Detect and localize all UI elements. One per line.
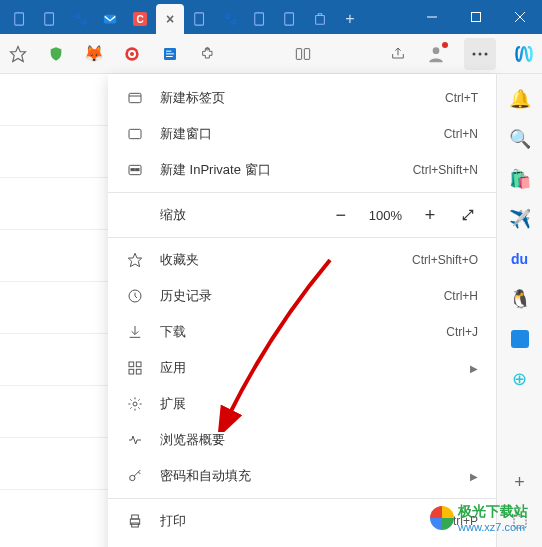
tab-item[interactable] [6, 4, 34, 34]
tab-item[interactable] [186, 4, 214, 34]
print-icon [126, 512, 144, 530]
tab-item[interactable] [36, 4, 64, 34]
menu-label: 新建 InPrivate 窗口 [160, 161, 413, 179]
zoom-out-button[interactable]: − [331, 205, 351, 225]
history-icon [126, 287, 144, 305]
shopping-icon[interactable]: 🛍️ [509, 168, 531, 190]
menu-screenshot[interactable]: 截图 Ctrl+Shift+S [108, 539, 496, 547]
tab-item[interactable] [96, 4, 124, 34]
svg-rect-26 [129, 93, 141, 102]
svg-rect-36 [129, 369, 134, 374]
titlebar: 🐾 C × 🐾 + [0, 0, 542, 34]
svg-rect-31 [136, 169, 139, 171]
send-icon[interactable]: ✈️ [509, 208, 531, 230]
right-sidebar: 🔔 🔍 🛍️ ✈️ du 🐧 ⊕ + [496, 74, 542, 547]
svg-rect-18 [166, 56, 173, 57]
tab-strip: 🐾 C × 🐾 + [0, 0, 410, 34]
profile-icon[interactable] [426, 44, 446, 64]
bell-icon[interactable]: 🔔 [509, 88, 531, 110]
svg-rect-8 [472, 13, 481, 22]
menu-shortcut: Ctrl+T [445, 91, 478, 105]
zoom-in-button[interactable]: + [420, 205, 440, 225]
content-area: 新建标签页 Ctrl+T 新建窗口 Ctrl+N 新建 InPrivate 窗口… [0, 74, 542, 547]
minimize-button[interactable] [410, 0, 454, 34]
menu-label: 下载 [160, 323, 446, 341]
toolbar: 🦊 [0, 34, 542, 74]
target-icon[interactable] [122, 44, 142, 64]
svg-rect-42 [132, 523, 139, 527]
svg-rect-3 [195, 13, 204, 25]
tab-item[interactable] [306, 4, 334, 34]
svg-point-24 [479, 52, 482, 55]
menu-label: 收藏夹 [160, 251, 412, 269]
share-icon[interactable] [388, 44, 408, 64]
menu-favorites[interactable]: 收藏夹 Ctrl+Shift+O [108, 242, 496, 278]
copilot-icon[interactable] [514, 44, 534, 64]
svg-point-38 [133, 402, 137, 406]
new-tab-button[interactable]: + [336, 4, 364, 34]
tab-item[interactable]: C [126, 4, 154, 34]
menu-history[interactable]: 历史记录 Ctrl+H [108, 278, 496, 314]
menu-shortcut: Ctrl+Shift+O [412, 253, 478, 267]
tab-item[interactable]: 🐾 [66, 4, 94, 34]
shield-icon[interactable] [46, 44, 66, 64]
left-panel [0, 74, 108, 547]
svg-rect-34 [129, 362, 134, 367]
menu-label: 新建标签页 [160, 89, 445, 107]
tab-item[interactable] [276, 4, 304, 34]
menu-label: 密码和自动填充 [160, 467, 462, 485]
cloud-icon[interactable]: ⊕ [509, 368, 531, 390]
add-icon[interactable]: + [509, 471, 531, 493]
svg-rect-37 [136, 369, 141, 374]
svg-point-23 [473, 52, 476, 55]
menu-shortcut: Ctrl+H [444, 289, 478, 303]
qq-icon[interactable]: 🐧 [509, 288, 531, 310]
tab-item[interactable] [246, 4, 274, 34]
extensions-icon [126, 395, 144, 413]
inprivate-icon [126, 161, 144, 179]
notification-dot [442, 42, 448, 48]
menu-label: 缩放 [160, 206, 331, 224]
menu-new-inprivate[interactable]: 新建 InPrivate 窗口 Ctrl+Shift+N [108, 152, 496, 188]
menu-new-tab[interactable]: 新建标签页 Ctrl+T [108, 80, 496, 116]
menu-shortcut: Ctrl+Shift+N [413, 163, 478, 177]
svg-rect-41 [132, 515, 139, 519]
svg-marker-32 [128, 253, 141, 266]
menu-passwords[interactable]: 密码和自动填充 ▶ [108, 458, 496, 494]
search-icon[interactable]: 🔍 [509, 128, 531, 150]
menu-shortcut: Ctrl+N [444, 127, 478, 141]
cat-icon[interactable]: 🦊 [84, 44, 104, 64]
more-button[interactable] [464, 38, 496, 70]
menu-separator [108, 192, 496, 193]
svg-rect-4 [255, 13, 264, 25]
baidu-icon[interactable]: du [509, 248, 531, 270]
watermark-name: 极光下载站 [458, 503, 528, 521]
close-button[interactable] [498, 0, 542, 34]
menu-apps[interactable]: 应用 ▶ [108, 350, 496, 386]
chevron-right-icon: ▶ [470, 363, 478, 374]
menu-browser-essentials[interactable]: 浏览器概要 [108, 422, 496, 458]
menu-new-window[interactable]: 新建窗口 Ctrl+N [108, 116, 496, 152]
apps-icon [126, 359, 144, 377]
fullscreen-button[interactable] [458, 205, 478, 225]
menu-downloads[interactable]: 下载 Ctrl+J [108, 314, 496, 350]
puzzle-icon[interactable] [198, 44, 218, 64]
download-icon [126, 323, 144, 341]
star-icon[interactable] [8, 44, 28, 64]
menu-extensions[interactable]: 扩展 [108, 386, 496, 422]
svg-rect-35 [136, 362, 141, 367]
svg-rect-30 [131, 169, 134, 171]
menu-label: 浏览器概要 [160, 431, 478, 449]
svg-rect-0 [15, 13, 24, 25]
watermark: 极光下载站 www.xz7.com [430, 503, 528, 533]
tab-item[interactable]: 🐾 [216, 4, 244, 34]
split-icon[interactable] [293, 44, 313, 64]
star-icon [126, 251, 144, 269]
tab-item-active[interactable]: × [156, 4, 184, 34]
maximize-button[interactable] [454, 0, 498, 34]
menu-label: 扩展 [160, 395, 478, 413]
app-icon[interactable] [509, 328, 531, 350]
menu-shortcut: Ctrl+J [446, 325, 478, 339]
svg-point-14 [130, 52, 134, 56]
collections-icon[interactable] [160, 44, 180, 64]
